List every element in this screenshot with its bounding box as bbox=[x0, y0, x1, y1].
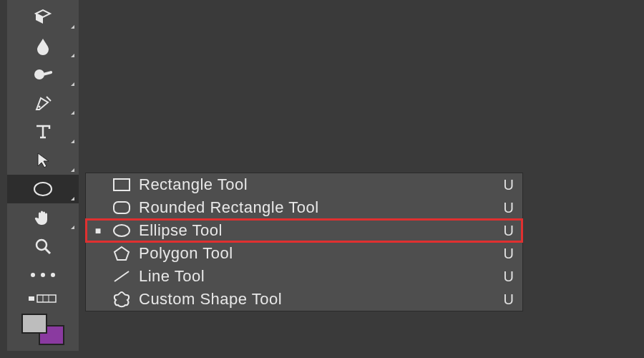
svg-point-15 bbox=[114, 225, 130, 236]
svg-marker-16 bbox=[114, 247, 129, 260]
flyout-indicator bbox=[71, 82, 74, 86]
svg-rect-14 bbox=[114, 202, 130, 213]
ellipse-icon bbox=[104, 223, 139, 238]
shortcut-key: U bbox=[497, 268, 514, 285]
flyout-item-label: Rectangle Tool bbox=[139, 175, 497, 194]
flyout-item-label: Rounded Rectangle Tool bbox=[139, 198, 497, 217]
flyout-item-rectangle[interactable]: Rectangle Tool U bbox=[86, 173, 522, 196]
gradient-tool[interactable] bbox=[7, 3, 79, 32]
polygon-icon bbox=[104, 245, 139, 262]
svg-rect-3 bbox=[43, 71, 53, 76]
svg-line-5 bbox=[47, 97, 51, 101]
flyout-item-custom-shape[interactable]: Custom Shape Tool U bbox=[86, 288, 522, 311]
flyout-indicator bbox=[71, 197, 74, 200]
color-swatches[interactable] bbox=[7, 312, 79, 348]
foreground-color-swatch[interactable] bbox=[21, 314, 47, 334]
flyout-indicator bbox=[71, 226, 74, 229]
zoom-tool[interactable] bbox=[7, 232, 79, 261]
active-bullet: ■ bbox=[92, 225, 104, 236]
custom-shape-icon bbox=[104, 290, 139, 309]
pen-tool[interactable] bbox=[7, 89, 79, 117]
shortcut-key: U bbox=[497, 291, 514, 308]
more-options[interactable] bbox=[7, 261, 79, 289]
svg-point-4 bbox=[39, 106, 41, 108]
type-tool[interactable] bbox=[7, 117, 79, 146]
rectangle-icon bbox=[104, 177, 139, 193]
edit-toolbar-icon bbox=[29, 294, 57, 304]
shortcut-key: U bbox=[497, 246, 514, 262]
edit-toolbar[interactable] bbox=[7, 289, 79, 308]
magnifier-icon bbox=[34, 237, 52, 256]
pen-icon bbox=[34, 94, 52, 112]
flyout-item-rounded-rectangle[interactable]: Rounded Rectangle Tool U bbox=[86, 196, 522, 219]
path-selection-tool[interactable] bbox=[7, 146, 79, 175]
hand-icon bbox=[34, 208, 52, 227]
flyout-indicator bbox=[71, 54, 74, 57]
shortcut-key: U bbox=[497, 223, 514, 239]
svg-line-17 bbox=[114, 271, 129, 281]
arrow-cursor-icon bbox=[35, 152, 51, 169]
ellipsis-icon bbox=[31, 273, 55, 277]
shape-tool-flyout: Rectangle Tool U Rounded Rectangle Tool … bbox=[86, 173, 522, 311]
line-icon bbox=[104, 268, 139, 284]
hand-tool[interactable] bbox=[7, 203, 79, 232]
svg-point-2 bbox=[34, 69, 44, 79]
ellipse-icon bbox=[32, 180, 54, 198]
gradient-icon bbox=[34, 8, 52, 26]
svg-rect-9 bbox=[29, 296, 34, 301]
flyout-item-label: Ellipse Tool bbox=[139, 221, 497, 240]
shape-tool[interactable] bbox=[7, 175, 79, 203]
svg-rect-10 bbox=[37, 295, 56, 302]
flyout-indicator bbox=[71, 111, 74, 115]
flyout-item-ellipse[interactable]: ■ Ellipse Tool U bbox=[86, 219, 522, 242]
tools-panel bbox=[7, 0, 79, 351]
dodge-tool[interactable] bbox=[7, 60, 79, 89]
flyout-indicator bbox=[71, 25, 74, 29]
canvas-area: Rectangle Tool U Rounded Rectangle Tool … bbox=[0, 0, 644, 358]
droplet-icon bbox=[35, 37, 51, 55]
svg-point-6 bbox=[34, 183, 52, 195]
flyout-item-line[interactable]: Line Tool U bbox=[86, 265, 522, 288]
flyout-item-label: Polygon Tool bbox=[139, 244, 497, 263]
rounded-rectangle-icon bbox=[104, 200, 139, 216]
flyout-indicator bbox=[71, 168, 74, 172]
type-icon bbox=[34, 123, 52, 140]
dodge-icon bbox=[32, 67, 54, 82]
shortcut-key: U bbox=[497, 177, 514, 193]
blur-tool[interactable] bbox=[7, 32, 79, 60]
flyout-item-polygon[interactable]: Polygon Tool U bbox=[86, 242, 522, 265]
flyout-indicator bbox=[71, 140, 74, 143]
svg-rect-13 bbox=[114, 179, 130, 190]
flyout-item-label: Custom Shape Tool bbox=[139, 290, 497, 309]
flyout-item-label: Line Tool bbox=[139, 267, 497, 286]
svg-point-7 bbox=[36, 240, 47, 250]
svg-line-8 bbox=[45, 248, 50, 253]
shortcut-key: U bbox=[497, 200, 514, 216]
